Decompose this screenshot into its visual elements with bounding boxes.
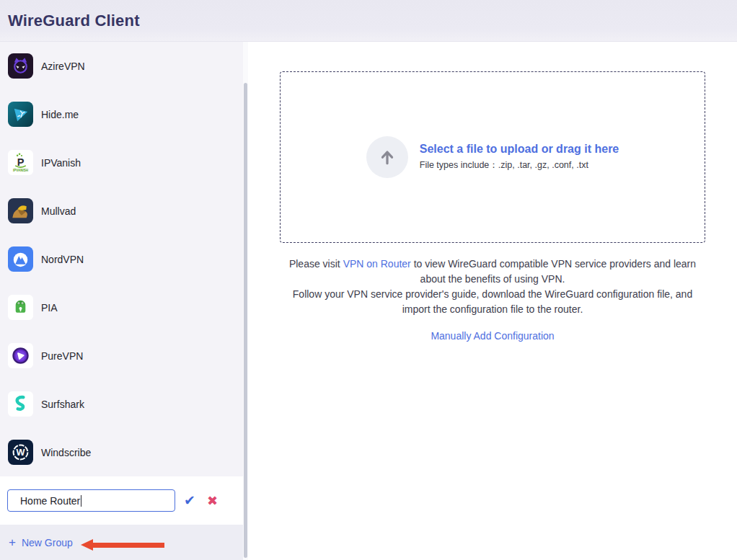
mullvad-icon (8, 198, 33, 223)
svg-text:P: P (17, 156, 25, 168)
instruction-text: Please visit (289, 258, 343, 270)
sidebar-item-hideme[interactable]: Hide.me (0, 90, 248, 138)
upload-arrow-icon (366, 136, 408, 178)
provider-name: PIA (41, 302, 58, 314)
pia-icon (8, 295, 33, 320)
cancel-x-icon[interactable]: ✖ (207, 494, 218, 507)
group-name-value: Home Router (20, 495, 80, 507)
sidebar-item-nordvpn[interactable]: NordVPN (0, 235, 248, 283)
annotation-arrow-icon (81, 539, 164, 551)
group-name-input[interactable]: Home Router (7, 489, 175, 512)
sidebar-item-mullvad[interactable]: Mullvad (0, 187, 248, 235)
provider-name: AzireVPN (41, 61, 85, 72)
provider-sidebar: AzireVPN Hide.me (0, 42, 248, 560)
provider-name: Surfshark (41, 399, 84, 410)
sidebar-scrollbar-thumb[interactable] (244, 83, 247, 558)
nordvpn-icon (8, 246, 33, 272)
provider-name: NordVPN (41, 254, 84, 265)
sidebar-item-purevpn[interactable]: PureVPN (0, 332, 248, 380)
text-caret (81, 495, 81, 507)
upload-file-types: File types include：.zip, .tar, .gz, .con… (420, 159, 619, 172)
purevpn-icon (8, 343, 33, 368)
new-group-label: New Group (22, 537, 73, 548)
surfshark-icon (8, 391, 33, 417)
manually-add-configuration-link[interactable]: Manually Add Configuration (280, 330, 705, 342)
sidebar-item-ipvanish[interactable]: P IPVANISH IPVanish (0, 138, 248, 187)
instructions-text: Please visit VPN on Router to view WireG… (280, 257, 705, 317)
ipvanish-icon: P IPVANISH (8, 150, 33, 175)
upload-title: Select a file to upload or drag it here (420, 143, 619, 156)
provider-name: Hide.me (41, 109, 79, 120)
group-name-editor: Home Router ✔ ✖ (0, 476, 248, 525)
vpn-on-router-link[interactable]: VPN on Router (343, 258, 411, 270)
header: WireGuard Client (0, 0, 737, 42)
wireguard-client-window: WireGuard Client AzireVPN (0, 0, 737, 560)
hideme-icon (8, 102, 33, 127)
windscribe-icon: W (8, 440, 33, 465)
sidebar-item-surfshark[interactable]: Surfshark (0, 380, 248, 428)
confirm-check-icon[interactable]: ✔ (184, 494, 195, 507)
sidebar-item-azirevpn[interactable]: AzireVPN (0, 42, 248, 90)
provider-name: Mullvad (41, 205, 76, 217)
plus-icon: + (9, 535, 16, 550)
instruction-line-1: Please visit VPN on Router to view WireG… (280, 257, 705, 287)
azirevpn-icon (8, 53, 33, 79)
sidebar-footer: + New Group (0, 525, 248, 560)
sidebar-scrollbar-track (243, 42, 248, 560)
file-upload-dropzone[interactable]: Select a file to upload or drag it here … (280, 71, 705, 243)
provider-name: Windscribe (41, 447, 91, 458)
svg-text:W: W (17, 448, 25, 458)
page-title: WireGuard Client (8, 12, 140, 30)
provider-list: AzireVPN Hide.me (0, 42, 248, 476)
sidebar-item-pia[interactable]: PIA (0, 283, 248, 332)
svg-text:IPVANISH: IPVANISH (13, 169, 28, 172)
provider-name: PureVPN (41, 350, 83, 362)
instruction-line-2: Follow your VPN service provider's guide… (280, 287, 705, 317)
provider-name: IPVanish (41, 157, 81, 169)
new-group-button[interactable]: + New Group (9, 535, 73, 550)
instruction-text: to view WireGuard compatible VPN service… (411, 258, 696, 285)
sidebar-item-windscribe[interactable]: W Windscribe (0, 428, 248, 476)
main-panel: Select a file to upload or drag it here … (248, 42, 737, 560)
